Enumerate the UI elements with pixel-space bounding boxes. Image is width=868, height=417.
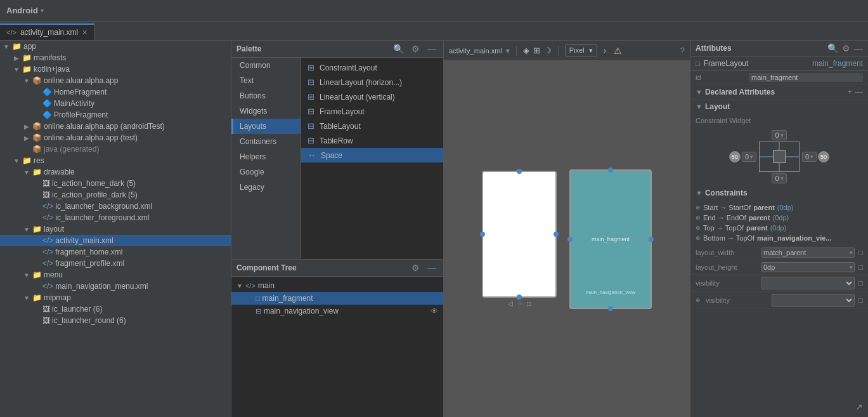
visibility-extra-icon[interactable]: □ (858, 279, 863, 288)
night-mode-icon[interactable]: ☽ (544, 46, 552, 55)
comp-item-main[interactable]: ▼ </> main (231, 279, 443, 292)
tree-item-androidtest[interactable]: ▶ 📦 online.aluar.alpha.app (androidTest) (0, 121, 231, 132)
attributes-close-icon[interactable]: — (854, 43, 863, 53)
palette-cat-buttons[interactable]: Buttons (231, 88, 301, 103)
component-tree-settings-icon[interactable]: ⚙ (410, 262, 422, 274)
palette-cat-widgets[interactable]: Widgets (231, 103, 301, 119)
selection-handle-top[interactable] (517, 169, 522, 174)
constraint-bottom-arrow[interactable]: ▾ (781, 175, 784, 182)
constraint-right-arrow[interactable]: ▾ (810, 154, 813, 160)
selection-handle-left[interactable] (567, 237, 573, 242)
tree-item-ic-launcher-round[interactable]: ▶ 🖼 ic_launcher_round (6) (0, 315, 231, 326)
palette-item-tablelayout[interactable]: ⊟ TableLayout (301, 119, 443, 133)
tree-item-mipmap[interactable]: ▼ 📁 mipmap (0, 292, 231, 303)
canvas-dropdown-icon[interactable]: ▾ (506, 46, 510, 55)
tree-item-test[interactable]: ▶ 📦 online.aluar.alpha.app (test) (0, 132, 231, 143)
tab-label: activity_main.xml (20, 28, 78, 37)
declared-attributes-header[interactable]: ▼ Declared Attributes + — (690, 84, 868, 100)
layout-section-header[interactable]: ▼ Layout (690, 100, 868, 114)
palette-settings-icon[interactable]: ⚙ (410, 43, 422, 55)
palette-cat-containers[interactable]: Containers (231, 134, 301, 149)
palette-item-framelayout[interactable]: ⊟ FrameLayout (301, 104, 443, 119)
tree-item-homefragment[interactable]: ▶ 🔷 HomeFragment (0, 86, 231, 98)
layout-width-extra-icon[interactable]: □ (858, 248, 863, 257)
tree-item-app[interactable]: ▼ 📁 app (0, 41, 231, 52)
declared-label: Declared Attributes (705, 88, 845, 96)
constraints-section-header[interactable]: ▼ Constraints (690, 186, 868, 200)
palette-item-linearlayout-h[interactable]: ⊟ LinearLayout (horizon...) (301, 75, 443, 89)
tree-item-java-generated[interactable]: ▶ 📦 java (generated) (0, 143, 231, 155)
constraint-end-label: End → EndOf (703, 214, 746, 222)
palette-cat-layouts[interactable]: Layouts (231, 119, 301, 134)
tree-item-ic-launcher-bg[interactable]: ▶ </> ic_launcher_background.xml (0, 201, 231, 212)
palette-item-space[interactable]: ↔ Space (301, 148, 443, 162)
design-mode-icon[interactable]: ◈ (523, 46, 529, 55)
tree-item-ic-launcher-fg[interactable]: ▶ </> ic_launcher_foreground.xml (0, 212, 231, 223)
tree-item-manifests[interactable]: ▶ 📁 manifests (0, 52, 231, 63)
visibility2-extra-icon[interactable]: □ (858, 296, 863, 305)
palette-cat-helpers[interactable]: Helpers (231, 149, 301, 164)
api-next-icon[interactable]: › (604, 46, 606, 55)
layout-width-row: layout_width match_parent ▾ □ (690, 246, 868, 260)
tree-item-menu-folder[interactable]: ▼ 📁 menu (0, 269, 231, 281)
id-input[interactable] (749, 73, 863, 82)
comp-item-main-fragment[interactable]: ▼ □ main_fragment (231, 292, 443, 305)
tree-item-fragment-profile[interactable]: ▶ </> fragment_profile.xml (0, 258, 231, 269)
tree-item-package-main[interactable]: ▼ 📦 online.aluar.alpha.app (0, 75, 231, 86)
blueprint-mode-icon[interactable]: ⊞ (533, 46, 540, 55)
constraint-top-arrow[interactable]: ▾ (781, 132, 784, 138)
layout-width-select[interactable]: match_parent ▾ (761, 248, 855, 258)
tree-item-ic-action-profile[interactable]: ▶ 🖼 ic_action_profile_dark (5) (0, 189, 231, 201)
palette-cat-text[interactable]: Text (231, 73, 301, 88)
constraint-right-input[interactable]: 0 ▾ (802, 152, 817, 162)
layout-height-select[interactable]: 0dp ▾ (761, 262, 855, 272)
selection-handle-left[interactable] (480, 232, 485, 237)
tree-item-layout-folder[interactable]: ▼ 📁 layout (0, 223, 231, 235)
constraint-left-arrow[interactable]: ▾ (750, 154, 753, 160)
palette-search-icon[interactable]: 🔍 (391, 43, 406, 55)
tab-close-icon[interactable]: ✕ (82, 29, 87, 37)
tree-item-res[interactable]: ▼ 📁 res (0, 155, 231, 166)
comp-item-main-nav-view[interactable]: ▼ ⊟ main_navigation_view 👁 (231, 305, 443, 317)
phone-preview-white[interactable] (482, 171, 557, 298)
declared-add-icon[interactable]: + (847, 87, 852, 96)
canvas-help-icon[interactable]: ? (680, 46, 685, 55)
palette-cat-common[interactable]: Common (231, 58, 301, 73)
palette-item-linearlayout-v[interactable]: ⊞ LinearLayout (vertical) (301, 89, 443, 104)
tree-item-ic-launcher[interactable]: ▶ 🖼 ic_launcher (6) (0, 303, 231, 315)
selection-handle-right[interactable] (649, 237, 654, 242)
tree-item-profilefragment[interactable]: ▶ 🔷 ProfileFragment (0, 109, 231, 121)
tree-item-mainactivity[interactable]: ▶ 🔷 MainActivity (0, 98, 231, 109)
selection-handle-top[interactable] (608, 168, 613, 173)
top-bar-chevron-icon[interactable]: ▾ (41, 7, 44, 14)
selection-handle-bottom[interactable] (517, 295, 522, 300)
palette-cat-legacy[interactable]: Legacy (231, 180, 301, 195)
palette-item-constraintlayout[interactable]: ⊞ ConstraintLayout (301, 60, 443, 75)
tree-item-nav-menu[interactable]: ▶ </> main_navigation_menu.xml (0, 281, 231, 292)
constraint-left-input[interactable]: 0 ▾ (742, 152, 756, 162)
tree-item-drawable[interactable]: ▼ 📁 drawable (0, 166, 231, 178)
phone-preview-teal[interactable]: main_fragment main_navigation_view (569, 169, 652, 309)
component-tree-minimize-icon[interactable]: — (425, 262, 438, 274)
device-selector[interactable]: Pixel ▾ (565, 44, 597, 56)
constraint-bottom-input[interactable]: 0 ▾ (772, 173, 786, 183)
palette-item-tablerow[interactable]: ⊟ TableRow (301, 133, 443, 148)
visibility2-select[interactable]: visible invisible gone (772, 294, 855, 307)
selection-handle-bottom[interactable] (608, 306, 613, 311)
visibility-toggle-icon[interactable]: 👁 (431, 307, 438, 315)
palette-cat-google[interactable]: Google (231, 164, 301, 180)
constraint-top-input[interactable]: 0 ▾ (772, 130, 786, 140)
layout-height-extra-icon[interactable]: □ (858, 263, 863, 272)
attributes-search-icon[interactable]: 🔍 (827, 43, 838, 53)
tab-activity-main[interactable]: </> activity_main.xml ✕ (0, 23, 94, 40)
attributes-settings-icon[interactable]: ⚙ (842, 43, 850, 53)
tree-item-activity-main[interactable]: ▶ </> activity_main.xml (0, 235, 231, 246)
tree-arrow-layout: ▼ (23, 226, 30, 233)
visibility-select[interactable]: visible invisible gone (761, 277, 855, 289)
selection-handle-right[interactable] (554, 232, 559, 237)
tree-item-kotlin-java[interactable]: ▼ 📁 kotlin+java (0, 63, 231, 75)
palette-minimize-icon[interactable]: — (425, 43, 438, 55)
tree-item-fragment-home[interactable]: ▶ </> fragment_home.xml (0, 246, 231, 258)
declared-remove-icon[interactable]: — (855, 87, 863, 96)
tree-item-ic-action-home[interactable]: ▶ 🖼 ic_action_home_dark (5) (0, 178, 231, 189)
